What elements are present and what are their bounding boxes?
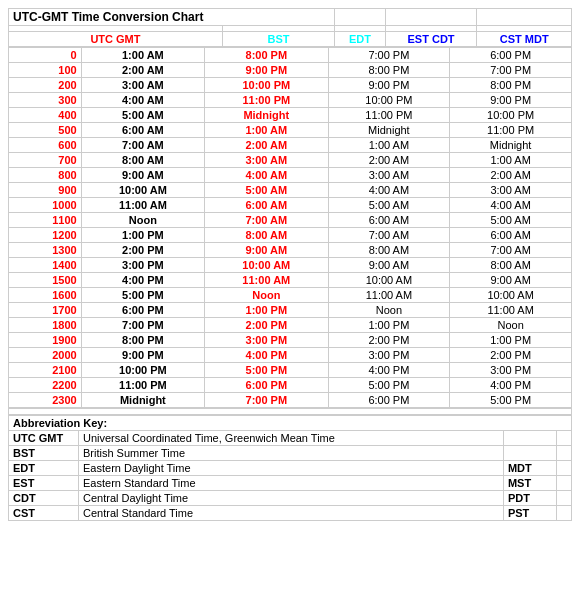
cell: 11:00 AM <box>205 273 328 288</box>
cell: 2:00 AM <box>81 63 204 78</box>
bst-header: BST <box>222 32 334 47</box>
cell: 4:00 AM <box>81 93 204 108</box>
table-row: 19008:00 PM3:00 PM2:00 PM1:00 PM <box>9 333 572 348</box>
cell: 10:00 PM <box>205 78 328 93</box>
table-row: 1002:00 AM9:00 PM8:00 PM7:00 PM <box>9 63 572 78</box>
cst-mdt-header: CST MDT <box>477 32 572 47</box>
cell: 9:00 PM <box>328 78 450 93</box>
abbr-code: CDT <box>9 491 79 506</box>
cell: 8:00 PM <box>205 48 328 63</box>
cell: 2100 <box>9 363 82 378</box>
abbr-description: British Summer Time <box>79 446 504 461</box>
cell: 1400 <box>9 258 82 273</box>
cell: 600 <box>9 138 82 153</box>
cell: 3:00 PM <box>450 363 572 378</box>
page-container: UTC-GMT Time Conversion Chart UTC GMT BS… <box>0 0 580 529</box>
cell: 9:00 PM <box>450 93 572 108</box>
cell: 10:00 PM <box>450 108 572 123</box>
abbr-desc2 <box>557 461 572 476</box>
data-table: 01:00 AM8:00 PM7:00 PM6:00 PM1002:00 AM9… <box>8 47 572 408</box>
chart-title: UTC-GMT Time Conversion Chart <box>9 9 335 26</box>
cell: 11:00 AM <box>450 303 572 318</box>
spacer-table <box>8 408 572 415</box>
cell: 3:00 AM <box>81 78 204 93</box>
cell: 8:00 AM <box>450 258 572 273</box>
cell: 1700 <box>9 303 82 318</box>
cell: 2:00 AM <box>450 168 572 183</box>
cell: 3:00 PM <box>328 348 450 363</box>
edt-header: EDT <box>335 32 386 47</box>
cell: 10:00 PM <box>81 363 204 378</box>
column-header-row: UTC GMT BST EDT EST CDT CST MDT <box>9 32 572 47</box>
utc-gmt-header: UTC GMT <box>9 32 223 47</box>
cell: 10:00 PM <box>328 93 450 108</box>
cell: 8:00 PM <box>81 333 204 348</box>
cell: 11:00 PM <box>328 108 450 123</box>
cell: 1300 <box>9 243 82 258</box>
cell: 4:00 PM <box>81 273 204 288</box>
cell: 10:00 AM <box>81 183 204 198</box>
cell: 1:00 PM <box>205 303 328 318</box>
cell: 1600 <box>9 288 82 303</box>
cell: Midnight <box>328 123 450 138</box>
table-row: 2003:00 AM10:00 PM9:00 PM8:00 PM <box>9 78 572 93</box>
cell: 1:00 AM <box>81 48 204 63</box>
cell: 1:00 PM <box>450 333 572 348</box>
cell: 11:00 AM <box>328 288 450 303</box>
table-row: 2300Midnight7:00 PM6:00 PM5:00 PM <box>9 393 572 408</box>
cell: 9:00 AM <box>205 243 328 258</box>
abbr-code: BST <box>9 446 79 461</box>
cell: Midnight <box>450 138 572 153</box>
cell: 6:00 PM <box>328 393 450 408</box>
cell: 8:00 AM <box>205 228 328 243</box>
cell: 1200 <box>9 228 82 243</box>
cell: 400 <box>9 108 82 123</box>
table-row: 18007:00 PM2:00 PM1:00 PMNoon <box>9 318 572 333</box>
cell: 300 <box>9 93 82 108</box>
abbr-title-row: Abbreviation Key: <box>9 416 572 431</box>
cell: 1800 <box>9 318 82 333</box>
abbr-desc2 <box>557 506 572 521</box>
cell: Noon <box>450 318 572 333</box>
cell: 2:00 PM <box>81 243 204 258</box>
abbr-row: BSTBritish Summer Time <box>9 446 572 461</box>
cell: 2:00 PM <box>328 333 450 348</box>
cell: 9:00 AM <box>450 273 572 288</box>
cell: 6:00 PM <box>81 303 204 318</box>
cell: 2:00 AM <box>205 138 328 153</box>
cell: 11:00 AM <box>81 198 204 213</box>
cell: Noon <box>205 288 328 303</box>
table-row: 4005:00 AMMidnight11:00 PM10:00 PM <box>9 108 572 123</box>
cell: 6:00 AM <box>81 123 204 138</box>
cell: 8:00 AM <box>81 153 204 168</box>
cell: 1:00 PM <box>81 228 204 243</box>
abbreviation-table: Abbreviation Key: UTC GMTUniversal Coord… <box>8 415 572 521</box>
table-row: 6007:00 AM2:00 AM1:00 AMMidnight <box>9 138 572 153</box>
abbr-row: ESTEastern Standard TimeMST <box>9 476 572 491</box>
cell: 2000 <box>9 348 82 363</box>
table-row: 12001:00 PM8:00 AM7:00 AM6:00 AM <box>9 228 572 243</box>
cell: 5:00 AM <box>328 198 450 213</box>
cell: 10:00 AM <box>450 288 572 303</box>
cell: 1900 <box>9 333 82 348</box>
table-row: 3004:00 AM11:00 PM10:00 PM9:00 PM <box>9 93 572 108</box>
cell: 1:00 AM <box>205 123 328 138</box>
table-row: 8009:00 AM4:00 AM3:00 AM2:00 AM <box>9 168 572 183</box>
abbr-desc2 <box>557 446 572 461</box>
abbr-code: UTC GMT <box>9 431 79 446</box>
cell: 4:00 AM <box>450 198 572 213</box>
cell: 4:00 PM <box>328 363 450 378</box>
cell: 6:00 AM <box>205 198 328 213</box>
cell: 7:00 PM <box>205 393 328 408</box>
cell: 4:00 AM <box>205 168 328 183</box>
cell: 1:00 AM <box>450 153 572 168</box>
cell: 5:00 PM <box>81 288 204 303</box>
abbr-code2: MDT <box>503 461 556 476</box>
cell: 4:00 AM <box>328 183 450 198</box>
abbr-code2 <box>503 446 556 461</box>
table-row: 220011:00 PM6:00 PM5:00 PM4:00 PM <box>9 378 572 393</box>
cell: 5:00 PM <box>450 393 572 408</box>
abbr-code2: MST <box>503 476 556 491</box>
table-row: 16005:00 PMNoon11:00 AM10:00 AM <box>9 288 572 303</box>
table-row: 1100Noon7:00 AM6:00 AM5:00 AM <box>9 213 572 228</box>
